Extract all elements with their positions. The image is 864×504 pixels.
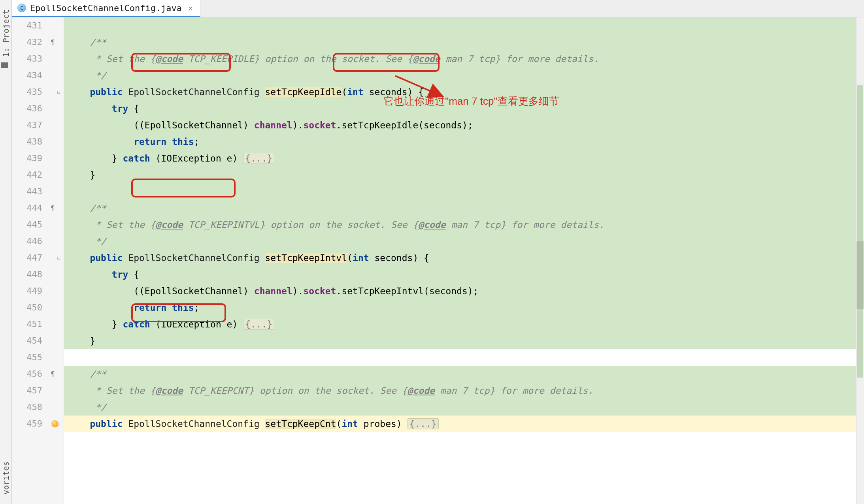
fold-toggle-icon[interactable]: ⊟ [57,84,60,100]
line-number: 448 [12,266,42,283]
toolwindow-favorites-tab[interactable]: vorites [1,458,11,498]
line-number: 445 [12,216,42,233]
line-number: 442 [12,167,42,183]
code-line[interactable]: } catch (IOException e) {...} [64,150,856,167]
toolwindow-project-tab[interactable]: 1: Project [1,6,11,60]
line-number: 446 [12,233,42,250]
line-number: 433 [12,51,42,67]
line-number: 436 [12,100,42,117]
code-line[interactable]: */ [64,233,856,250]
code-line[interactable] [64,17,856,34]
code-editor[interactable]: 4314324334344354364374384394424434444454… [12,17,864,504]
line-number: 459 [12,416,42,432]
code-line[interactable]: /** [64,200,856,216]
tab-close-icon[interactable]: ✕ [188,3,193,13]
code-line[interactable]: } [64,333,856,349]
line-number: 437 [12,117,42,134]
class-icon: C [17,4,26,12]
line-number: 439 [12,150,42,167]
code-line[interactable]: * Set the {@code TCP_KEEPCNT} option on … [64,382,856,399]
line-number: 455 [12,349,42,366]
code-line[interactable]: /** [64,366,856,382]
javadoc-gutter-icon: ¶ [51,34,55,51]
code-line[interactable]: /** [64,34,856,51]
line-number: 449 [12,283,42,299]
line-number: 434 [12,67,42,84]
line-number: 432 [12,34,42,51]
line-number: 451 [12,316,42,333]
editor-tab-bar: C EpollSocketChannelConfig.java ✕ [12,0,864,17]
code-line[interactable]: return this; [64,134,856,150]
line-number: 454 [12,333,42,349]
intention-bulb-icon[interactable] [51,420,58,427]
javadoc-gutter-icon: ¶ [51,200,55,216]
code-line[interactable]: */ [64,399,856,416]
code-line[interactable]: */ [64,67,856,84]
line-number: 447 [12,250,42,266]
line-number: 435 [12,84,42,100]
code-line[interactable]: ((EpollSocketChannel) channel).socket.se… [64,283,856,299]
editor-tab-active[interactable]: C EpollSocketChannelConfig.java ✕ [12,0,200,17]
code-line[interactable]: public EpollSocketChannelConfig setTcpKe… [64,84,856,100]
code-area[interactable]: /** * Set the {@code TCP_KEEPIDLE} optio… [64,17,856,504]
code-line[interactable]: } [64,167,856,183]
scroll-mark [857,85,863,377]
code-line[interactable]: try { [64,100,856,117]
line-number: 450 [12,299,42,316]
line-number: 444 [12,200,42,216]
javadoc-gutter-icon: ¶ [51,366,55,382]
favorites-tab-label: vorites [1,461,11,495]
code-line[interactable]: return this; [64,299,856,316]
line-number-gutter: 4314324334344354364374384394424434444454… [12,17,48,504]
code-line[interactable]: try { [64,266,856,283]
code-line[interactable]: * Set the {@code TCP_KEEPINTVL} option o… [64,216,856,233]
code-line[interactable]: public EpollSocketChannelConfig setTcpKe… [64,416,856,432]
side-toolwindow-bar[interactable]: 1: Project vorites [0,0,12,504]
line-number: 457 [12,382,42,399]
line-number: 431 [12,17,42,34]
line-number: 438 [12,134,42,150]
code-line[interactable]: public EpollSocketChannelConfig setTcpKe… [64,250,856,266]
code-line[interactable]: * Set the {@code TCP_KEEPIDLE} option on… [64,51,856,67]
code-line[interactable] [64,183,856,200]
gutter-marks-column: ¶⊟¶⊟¶⊟ [48,17,64,504]
line-number: 443 [12,183,42,200]
line-number: 456 [12,366,42,382]
code-line[interactable]: ((EpollSocketChannel) channel).socket.se… [64,117,856,134]
code-line[interactable] [64,349,856,366]
code-line[interactable]: } catch (IOException e) {...} [64,316,856,333]
fold-toggle-icon[interactable]: ⊟ [57,250,60,266]
line-number: 458 [12,399,42,416]
folder-icon [1,62,8,68]
error-stripe-scrollbar[interactable] [856,17,864,504]
scroll-thumb[interactable] [856,241,864,309]
tab-filename: EpollSocketChannelConfig.java [30,3,182,13]
project-tab-label: 1: Project [1,9,11,57]
